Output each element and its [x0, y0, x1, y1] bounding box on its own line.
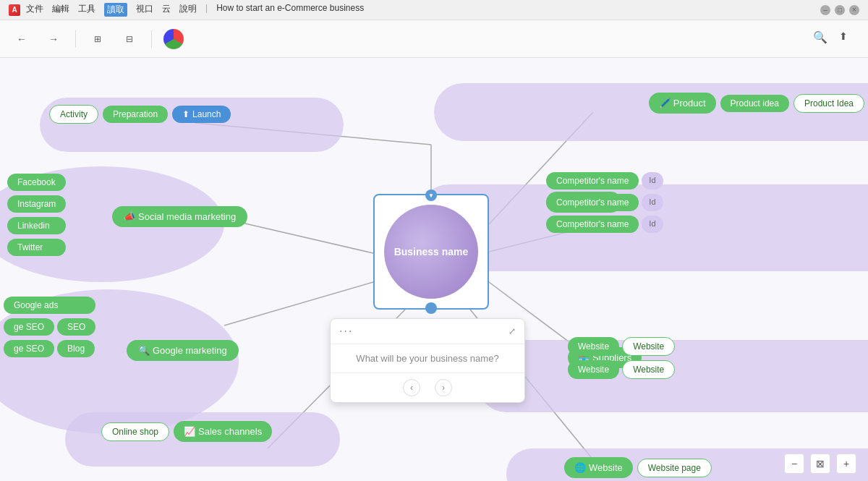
product-main-node[interactable]: 🖊️ Product — [649, 93, 716, 114]
ge-seo-2-node[interactable]: ge SEO — [4, 340, 54, 357]
sales-nodes: Online shop 📈 Sales channels — [101, 421, 272, 442]
titlebar-left: A 文件 編輯 工具 讀取 視口 云 說明 | How to start an … — [9, 3, 364, 17]
center-node[interactable]: ▼ Business name — [373, 194, 489, 310]
website-1-node[interactable]: Website — [568, 337, 619, 356]
blog-node[interactable]: Blog — [57, 340, 95, 357]
menu-help[interactable]: 說明 — [179, 3, 197, 17]
competitor-2-extra: Id — [642, 194, 663, 211]
website-page-node[interactable]: Website page — [637, 459, 712, 477]
social-items: Facebook Instagram Linkedin Twitter — [7, 174, 66, 256]
share-button[interactable]: ⬆ — [839, 30, 856, 48]
window-title: How to start an e-Commerce business — [216, 3, 364, 17]
tooltip-prev[interactable]: ‹ — [403, 379, 420, 396]
website-1-extra[interactable]: Website — [622, 337, 675, 356]
toolbar: ← → ⊞ ⊟ 🔍 ⬆ — [0, 20, 868, 58]
research-sub-nodes: Competitor's name Id Competitor's name I… — [546, 172, 663, 233]
website-nodes: 🌐 Website Website page — [564, 457, 712, 478]
competitor-3-node[interactable]: Competitor's name — [546, 216, 639, 233]
linkedin-node[interactable]: Linkedin — [7, 217, 66, 234]
tooltip-body: What will be your business name? — [331, 344, 524, 373]
facebook-node[interactable]: Facebook — [7, 174, 66, 191]
tooltip-text: What will be your business name? — [356, 353, 498, 364]
activity-node[interactable]: Activity — [49, 105, 98, 124]
social-main[interactable]: 📣 Social media marketing — [112, 206, 247, 227]
menu-view[interactable]: 視口 — [136, 3, 153, 17]
menu-tools[interactable]: 工具 — [78, 3, 95, 17]
product-idea-1-node[interactable]: Product idea — [720, 95, 789, 112]
center-label: Business name — [394, 246, 469, 257]
ungroup-button[interactable]: ⊟ — [119, 29, 140, 49]
search-button[interactable]: 🔍 — [813, 30, 830, 48]
twitter-node[interactable]: Twitter — [7, 239, 66, 256]
tooltip-next[interactable]: › — [435, 379, 452, 396]
app-logo: A — [9, 4, 20, 16]
top-nodes: Activity Preparation ⬆ Launch — [49, 105, 231, 124]
competitor-1-node[interactable]: Competitor's name — [546, 172, 639, 190]
website-2-extra[interactable]: Website — [622, 360, 675, 379]
divider-1 — [75, 30, 76, 48]
tooltip-popup: ··· ⤢ What will be your business name? ‹… — [330, 318, 525, 403]
titlebar-menu[interactable]: 文件 編輯 工具 讀取 視口 云 說明 | How to start an e-… — [26, 3, 364, 17]
google-items: Google ads ge SEO SEO ge SEO Blog — [4, 297, 95, 357]
seo-node[interactable]: SEO — [57, 318, 95, 336]
titlebar: A 文件 編輯 工具 讀取 視口 云 說明 | How to start an … — [0, 0, 868, 20]
product-idea-2-node[interactable]: Product Idea — [793, 94, 864, 113]
competitor-2-node[interactable]: Competitor's name — [546, 194, 639, 211]
zoom-out-button[interactable]: − — [784, 454, 804, 474]
tooltip-expand[interactable]: ⤢ — [509, 326, 516, 336]
menu-file[interactable]: 文件 — [26, 3, 43, 17]
preparation-node[interactable]: Preparation — [103, 106, 168, 123]
google-main[interactable]: 🔍 Google marketing — [127, 340, 239, 361]
maximize-button[interactable]: □ — [835, 5, 845, 15]
instagram-node[interactable]: Instagram — [7, 195, 66, 213]
bottom-controls: − ⊠ + — [784, 454, 856, 474]
back-button[interactable]: ← — [12, 29, 32, 49]
online-shop-node[interactable]: Online shop — [101, 422, 169, 441]
center-handle-top[interactable]: ▼ — [425, 190, 437, 201]
menu-cloud[interactable]: 云 — [162, 3, 171, 17]
forward-button[interactable]: → — [43, 29, 64, 49]
center-handle-bottom[interactable] — [425, 302, 437, 314]
research-nodes: 🔎 Research Competitor's name Id Competit… — [546, 192, 621, 213]
ge-seo-1-node[interactable]: ge SEO — [4, 318, 54, 336]
menu-read[interactable]: 讀取 — [104, 3, 127, 17]
launch-node[interactable]: ⬆ Launch — [172, 106, 231, 123]
zoom-in-button[interactable]: + — [836, 454, 856, 474]
center-circle: Business name — [384, 205, 478, 299]
sales-channels-node[interactable]: 📈 Sales channels — [174, 421, 272, 442]
group-button[interactable]: ⊞ — [88, 29, 108, 49]
website-main-node[interactable]: 🌐 Website — [564, 457, 633, 478]
close-button[interactable]: × — [849, 5, 859, 15]
minimize-button[interactable]: – — [820, 5, 830, 15]
tooltip-menu[interactable]: ··· — [339, 325, 353, 338]
titlebar-controls[interactable]: – □ × — [820, 5, 859, 15]
menu-edit[interactable]: 編輯 — [52, 3, 69, 17]
center-box: ▼ Business name — [373, 194, 489, 310]
tooltip-footer: ‹ › — [331, 373, 524, 402]
website-2-node[interactable]: Website — [568, 360, 619, 379]
fit-button[interactable]: ⊠ — [810, 454, 830, 474]
suppliers-sub-nodes: Website Website Website Website — [568, 337, 675, 379]
competitor-3-extra: Id — [642, 216, 663, 233]
tooltip-header: ··· ⤢ — [331, 319, 524, 344]
competitor-1-extra: Id — [642, 172, 663, 190]
app-icon — [163, 29, 184, 49]
divider-2 — [151, 30, 152, 48]
suppliers-nodes: 🏪 Suppliers Website Website Website Webs… — [568, 347, 642, 368]
mind-map-canvas: Activity Preparation ⬆ Launch Facebook I… — [0, 58, 868, 481]
product-nodes: 🖊️ Product Product idea Product Idea — [649, 93, 864, 114]
google-ads-node[interactable]: Google ads — [4, 297, 95, 314]
